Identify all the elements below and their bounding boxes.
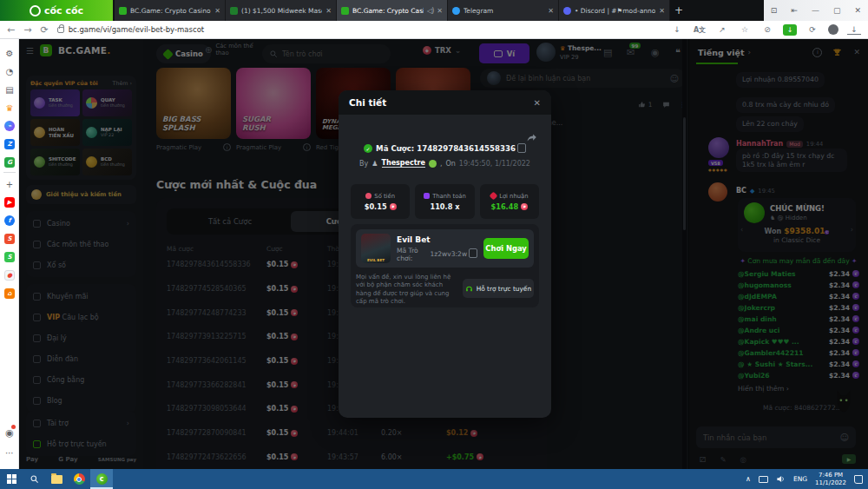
url-input[interactable] bbox=[69, 25, 416, 34]
reading-list-icon[interactable] bbox=[3, 83, 16, 96]
app-green-icon[interactable]: S bbox=[3, 250, 16, 264]
chrome-button[interactable] bbox=[68, 469, 90, 489]
sync-icon[interactable] bbox=[806, 25, 819, 34]
start-button[interactable] bbox=[0, 469, 23, 489]
games-icon[interactable]: G bbox=[3, 155, 16, 169]
copy-icon[interactable] bbox=[519, 145, 526, 153]
shopee-icon[interactable]: S bbox=[3, 232, 16, 246]
tab-close-icon[interactable] bbox=[659, 7, 665, 15]
download-button[interactable] bbox=[783, 24, 797, 36]
window-controls bbox=[764, 0, 868, 21]
volume-icon[interactable] bbox=[776, 474, 786, 484]
language-indicator[interactable]: ENG bbox=[793, 475, 807, 483]
game-thumbnail[interactable]: EVIL BET bbox=[361, 234, 391, 263]
file-explorer-button[interactable] bbox=[45, 469, 68, 489]
browser-tab-1[interactable]: BC.Game: Crypto Casino Gam bbox=[115, 0, 226, 21]
adblock-icon[interactable] bbox=[760, 25, 774, 34]
browser-side-rail: ⌁ Z G ▶ f S S ● ⌂ bbox=[0, 39, 19, 469]
browser-tab-4[interactable]: Telegram bbox=[448, 0, 559, 21]
browser-tab-5[interactable]: • Discord | #⚑mod-announc bbox=[559, 0, 670, 21]
close-button[interactable] bbox=[854, 6, 861, 15]
stat-amount: Số tiền$0.15 bbox=[351, 184, 410, 219]
tab-label: Telegram bbox=[464, 7, 544, 15]
screen: cốc cốc BC.Game: Crypto Casino Gam (1) $… bbox=[0, 0, 868, 489]
copy-icon[interactable] bbox=[470, 250, 477, 258]
bet-stats: Số tiền$0.15 Thanh toán110.8 x Lợi nhuận… bbox=[351, 184, 539, 219]
tab-close-icon[interactable] bbox=[326, 7, 332, 15]
live-support-button[interactable]: Hỗ trợ trực tuyến bbox=[463, 279, 534, 298]
player-icon bbox=[372, 160, 378, 168]
settings-icon[interactable] bbox=[3, 46, 16, 60]
browser-tab-2[interactable]: (1) $1,500 Midweek Mascot F bbox=[226, 0, 337, 21]
action-center-icon[interactable] bbox=[854, 475, 863, 484]
reload-button[interactable] bbox=[40, 24, 48, 36]
play-now-button[interactable]: Chơi Ngay bbox=[483, 238, 529, 259]
zalo-icon[interactable]: Z bbox=[3, 137, 16, 151]
system-tray: ENG 7:46 PM11/1/2022 bbox=[746, 472, 868, 487]
verified-check-icon bbox=[364, 144, 372, 153]
game-row: EVIL BET Evil Bet Mã Trò chơi: 1z2wv3:2w… bbox=[356, 229, 534, 268]
coccoc-logo-label: cốc cốc bbox=[44, 5, 83, 17]
profile-avatar[interactable] bbox=[828, 24, 838, 35]
minimize-button[interactable] bbox=[812, 6, 819, 15]
url-box[interactable] bbox=[57, 23, 661, 36]
popup-icon[interactable] bbox=[791, 6, 798, 15]
tab-close-icon[interactable] bbox=[214, 7, 220, 15]
tab-label: BC.Game: Crypto Casino bbox=[352, 7, 424, 15]
frog-emoji-icon bbox=[429, 160, 437, 168]
browser-tabstrip: cốc cốc BC.Game: Crypto Casino Gam (1) $… bbox=[0, 0, 868, 21]
cart-icon[interactable]: ⌂ bbox=[3, 287, 16, 301]
trx-token-icon bbox=[390, 203, 397, 210]
tab-audio-icon[interactable] bbox=[427, 7, 433, 15]
bcgame-favicon bbox=[341, 7, 349, 15]
rail-divider bbox=[3, 172, 16, 173]
bcgame-favicon bbox=[119, 7, 127, 15]
forward-button[interactable] bbox=[23, 24, 31, 36]
discord-favicon bbox=[563, 7, 571, 15]
translate-icon[interactable]: A文 bbox=[693, 25, 707, 35]
share-icon[interactable] bbox=[715, 25, 729, 34]
modal-close-icon[interactable] bbox=[534, 98, 541, 108]
windows-taskbar: c ENG 7:46 PM11/1/2022 bbox=[0, 469, 868, 489]
tray-expand-icon[interactable] bbox=[746, 475, 751, 483]
history-icon[interactable] bbox=[3, 64, 16, 78]
browser-tab-3-active[interactable]: BC.Game: Crypto Casino bbox=[337, 0, 448, 21]
new-tab-button[interactable] bbox=[670, 0, 687, 21]
modal-title: Chi tiết bbox=[349, 97, 386, 108]
stat-profit: Lợi nhuận$16.48 bbox=[480, 184, 539, 219]
taskbar-clock[interactable]: 7:46 PM11/1/2022 bbox=[815, 472, 846, 487]
add-shortcut-icon[interactable] bbox=[3, 177, 16, 191]
bookmark-star-icon[interactable] bbox=[738, 25, 752, 34]
stat-payout: Thanh toán110.8 x bbox=[415, 184, 474, 219]
facebook-icon[interactable]: f bbox=[3, 214, 16, 228]
back-button[interactable] bbox=[7, 24, 15, 36]
coccoc-button[interactable]: c bbox=[90, 469, 113, 489]
coccoc-ring-icon bbox=[30, 5, 41, 17]
address-bar: A文 bbox=[0, 21, 868, 39]
rail-more-icon[interactable] bbox=[3, 446, 16, 459]
tab-close-icon[interactable] bbox=[437, 7, 443, 15]
lock-icon[interactable] bbox=[57, 27, 64, 33]
save-page-icon[interactable] bbox=[670, 25, 684, 34]
headset-icon bbox=[465, 285, 473, 293]
bet-id-line: Mã Cược: 1748297843614558336 bbox=[339, 144, 551, 153]
share-icon[interactable] bbox=[526, 132, 537, 143]
notifications-bell-icon[interactable] bbox=[3, 426, 16, 439]
network-icon[interactable] bbox=[759, 476, 768, 483]
bet-username[interactable]: Thespectre bbox=[382, 159, 425, 168]
game-info-panel: EVIL BET Evil Bet Mã Trò chơi: 1z2wv3:2w… bbox=[351, 224, 539, 307]
taskbar-search-button[interactable] bbox=[23, 469, 45, 489]
messenger-icon[interactable]: ⌁ bbox=[3, 119, 16, 133]
cast-icon[interactable] bbox=[771, 6, 778, 15]
forum-favicon bbox=[230, 7, 238, 15]
maximize-button[interactable] bbox=[833, 6, 841, 15]
tab-close-icon[interactable] bbox=[548, 7, 554, 15]
downloads-tray-icon[interactable] bbox=[847, 25, 861, 35]
vip-crown-icon[interactable] bbox=[3, 101, 16, 115]
youtube-icon[interactable]: ▶ bbox=[3, 195, 16, 209]
game-code: 1z2wv3:2w bbox=[430, 250, 467, 258]
maps-icon[interactable]: ● bbox=[3, 268, 16, 282]
bet-datetime: 19:45:50, 1/11/2022 bbox=[459, 160, 530, 168]
tab-label: • Discord | #⚑mod-announc bbox=[575, 7, 655, 15]
coccoc-logo[interactable]: cốc cốc bbox=[0, 0, 113, 21]
